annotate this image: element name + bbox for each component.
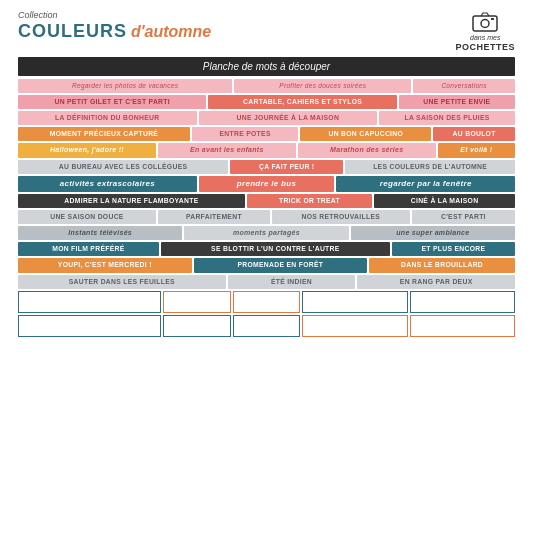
cell-2-2: CARTABLE, CAHIERS ET STYLOS [208,95,396,109]
blank-box-orange-small-2 [233,291,301,313]
row-3: LA DÉFINITION DU BONHEUR UNE JOURNÉE À L… [18,111,515,125]
cell-5-4: Et voilà ! [438,143,515,157]
blank-box-teal-large [18,291,161,313]
blank-box-teal-med-1 [302,291,407,313]
cell-1-2: Profiter des douces soirées [234,79,411,93]
cell-7-3: regarder par la fenêtre [336,176,515,192]
title-automne: d'automne [131,23,211,41]
blank-boxes-row-2 [18,315,515,337]
svg-point-1 [481,20,489,28]
row-12: YOUPI, C'EST MERCREDI ! PROMENADE EN FOR… [18,258,515,272]
row-13: SAUTER DANS LES FEUILLES ÉTÉ INDIEN EN R… [18,275,515,289]
cell-12-1: YOUPI, C'EST MERCREDI ! [18,258,192,272]
cell-2-3: UNE PETITE ENVIE [399,95,515,109]
blank-box-orange-small-1 [163,291,231,313]
logo-line1: dans mes [470,34,500,42]
cell-3-3: LA SAISON DES PLUIES [379,111,515,125]
cell-9-3: NOS RETROUVAILLES [272,210,410,224]
collection-label: Collection [18,10,211,20]
svg-rect-2 [491,18,494,20]
header-left: Collection COULEURS d'automne [18,10,211,42]
cell-4-3: UN BON CAPUCCINO [300,127,431,141]
row-10: Instants télévisés moments partagés une … [18,226,515,240]
cell-10-1: Instants télévisés [18,226,182,240]
cell-3-2: UNE JOURNÉE À LA MAISON [199,111,378,125]
cell-9-2: PARFAITEMENT [158,210,270,224]
row-4: MOMENT PRÉCIEUX CAPTURÉ ENTRE POTES UN B… [18,127,515,141]
cell-8-2: TRICK OR TREAT [247,194,372,208]
planche-title: Planche de mots à découper [18,57,515,76]
cell-1-1: Regarder les photos de vacances [18,79,232,93]
cell-13-3: EN RANG PAR DEUX [357,275,515,289]
cell-11-1: MON FILM PRÉFÉRÉ [18,242,159,256]
row-9: UNE SAISON DOUCE PARFAITEMENT NOS RETROU… [18,210,515,224]
title-row: COULEURS d'automne [18,21,211,42]
cell-7-2: prendre le bus [199,176,335,192]
cell-4-1: MOMENT PRÉCIEUX CAPTURÉ [18,127,190,141]
camera-icon [471,10,499,32]
row-6: AU BUREAU AVEC LES COLLÈGUES ÇA FAIT PEU… [18,160,515,174]
logo-pochettes: POCHETTES [455,42,515,53]
cell-2-1: UN PETIT GILET ET C'EST PARTI [18,95,206,109]
cell-10-2: moments partagés [184,226,348,240]
blank-boxes-row-1 [18,291,515,313]
row-11: MON FILM PRÉFÉRÉ SE BLOTTIR L'UN CONTRE … [18,242,515,256]
row-1: Regarder les photos de vacances Profiter… [18,79,515,93]
blank-box-teal-small-2 [233,315,301,337]
cell-5-3: Marathon des séries [298,143,436,157]
cell-7-1: activités extrascolaires [18,176,197,192]
word-grid: Regarder les photos de vacances Profiter… [18,79,515,523]
title-couleurs: COULEURS [18,21,127,42]
cell-9-1: UNE SAISON DOUCE [18,210,156,224]
cell-11-2: SE BLOTTIR L'UN CONTRE L'AUTRE [161,242,390,256]
cell-8-3: CINÉ À LA MAISON [374,194,515,208]
row-5: Halloween, j'adore !! En avant les enfan… [18,143,515,157]
logo-box: dans mes POCHETTES [455,10,515,53]
header: Collection COULEURS d'automne dans mes P… [18,10,515,53]
blank-box-orange-med-2 [410,315,515,337]
cell-13-1: SAUTER DANS LES FEUILLES [18,275,226,289]
cell-13-2: ÉTÉ INDIEN [228,275,356,289]
blank-box-teal-large-2 [18,315,161,337]
cell-5-2: En avant les enfants [158,143,296,157]
cell-4-4: AU BOULOT [433,127,515,141]
cell-9-4: C'EST PARTI [412,210,515,224]
cell-5-1: Halloween, j'adore !! [18,143,156,157]
cell-1-3: Conversations [413,79,515,93]
cell-12-3: DANS LE BROUILLARD [369,258,515,272]
page: Collection COULEURS d'automne dans mes P… [0,0,533,533]
cell-6-2: ÇA FAIT PEUR ! [230,160,343,174]
cell-6-3: LES COULEURS DE L'AUTOMNE [345,160,515,174]
blank-box-orange-med-1 [302,315,407,337]
cell-10-3: une super ambiance [351,226,515,240]
row-8: ADMIRER LA NATURE FLAMBOYANTE TRICK OR T… [18,194,515,208]
blank-box-teal-small-1 [163,315,231,337]
cell-12-2: PROMENADE EN FORÊT [194,258,368,272]
cell-6-1: AU BUREAU AVEC LES COLLÈGUES [18,160,228,174]
cell-8-1: ADMIRER LA NATURE FLAMBOYANTE [18,194,245,208]
row-7: activités extrascolaires prendre le bus … [18,176,515,192]
row-2: UN PETIT GILET ET C'EST PARTI CARTABLE, … [18,95,515,109]
cell-4-2: ENTRE POTES [192,127,298,141]
blank-box-teal-med-2 [410,291,515,313]
cell-3-1: LA DÉFINITION DU BONHEUR [18,111,197,125]
cell-11-3: ET PLUS ENCORE [392,242,515,256]
